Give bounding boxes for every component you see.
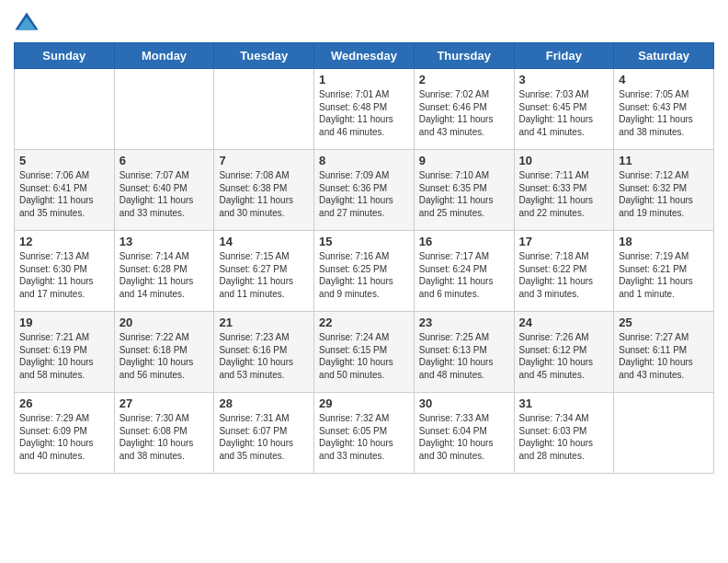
day-number: 8 — [319, 154, 409, 167]
cell-info: Sunrise: 7:06 AM Sunset: 6:41 PM Dayligh… — [19, 169, 109, 219]
cell-info: Sunrise: 7:14 AM Sunset: 6:28 PM Dayligh… — [119, 250, 210, 300]
cell-info: Sunrise: 7:15 AM Sunset: 6:27 PM Dayligh… — [219, 250, 309, 300]
day-number: 1 — [319, 73, 409, 86]
cal-cell: 15Sunrise: 7:16 AM Sunset: 6:25 PM Dayli… — [314, 231, 415, 312]
day-number: 29 — [319, 396, 409, 410]
cell-info: Sunrise: 7:11 AM Sunset: 6:33 PM Dayligh… — [519, 169, 609, 219]
day-number: 2 — [419, 73, 509, 86]
day-number: 7 — [219, 154, 309, 167]
day-number: 22 — [319, 316, 409, 329]
day-number: 9 — [419, 154, 509, 167]
cal-cell: 12Sunrise: 7:13 AM Sunset: 6:30 PM Dayli… — [15, 231, 115, 312]
cal-cell: 27Sunrise: 7:30 AM Sunset: 6:08 PM Dayli… — [114, 393, 214, 474]
day-number: 20 — [119, 316, 210, 329]
day-header-sunday: Sunday — [15, 43, 115, 69]
cell-info: Sunrise: 7:32 AM Sunset: 6:05 PM Dayligh… — [319, 412, 409, 462]
cell-info: Sunrise: 7:25 AM Sunset: 6:13 PM Dayligh… — [419, 331, 509, 381]
cal-cell: 23Sunrise: 7:25 AM Sunset: 6:13 PM Dayli… — [414, 312, 514, 393]
day-number: 27 — [119, 396, 210, 410]
day-number: 28 — [219, 396, 309, 410]
cell-info: Sunrise: 7:33 AM Sunset: 6:04 PM Dayligh… — [419, 412, 509, 462]
cal-cell: 17Sunrise: 7:18 AM Sunset: 6:22 PM Dayli… — [514, 231, 614, 312]
day-number: 6 — [119, 154, 210, 167]
cal-cell: 20Sunrise: 7:22 AM Sunset: 6:18 PM Dayli… — [114, 312, 214, 393]
week-row-4: 26Sunrise: 7:29 AM Sunset: 6:09 PM Dayli… — [15, 393, 714, 474]
day-number: 23 — [419, 316, 509, 329]
cal-cell: 21Sunrise: 7:23 AM Sunset: 6:16 PM Dayli… — [214, 312, 314, 393]
day-number: 19 — [19, 316, 109, 329]
cal-cell: 2Sunrise: 7:02 AM Sunset: 6:46 PM Daylig… — [414, 69, 514, 150]
cell-info: Sunrise: 7:34 AM Sunset: 6:03 PM Dayligh… — [519, 412, 609, 462]
cal-cell: 3Sunrise: 7:03 AM Sunset: 6:45 PM Daylig… — [514, 69, 614, 150]
cal-cell — [15, 69, 115, 150]
day-number: 31 — [519, 396, 609, 410]
cell-info: Sunrise: 7:02 AM Sunset: 6:46 PM Dayligh… — [419, 88, 509, 138]
cal-cell: 16Sunrise: 7:17 AM Sunset: 6:24 PM Dayli… — [414, 231, 514, 312]
cal-cell: 6Sunrise: 7:07 AM Sunset: 6:40 PM Daylig… — [114, 150, 214, 231]
day-number: 3 — [519, 73, 609, 86]
cell-info: Sunrise: 7:13 AM Sunset: 6:30 PM Dayligh… — [19, 250, 109, 300]
day-number: 15 — [319, 235, 409, 248]
day-header-saturday: Saturday — [614, 43, 714, 69]
logo-icon — [14, 9, 40, 35]
cal-cell: 10Sunrise: 7:11 AM Sunset: 6:33 PM Dayli… — [514, 150, 614, 231]
cell-info: Sunrise: 7:29 AM Sunset: 6:09 PM Dayligh… — [19, 412, 109, 462]
cell-info: Sunrise: 7:22 AM Sunset: 6:18 PM Dayligh… — [119, 331, 210, 381]
cal-cell: 8Sunrise: 7:09 AM Sunset: 6:36 PM Daylig… — [314, 150, 415, 231]
day-header-thursday: Thursday — [414, 43, 514, 69]
day-number: 17 — [519, 235, 609, 248]
calendar-table: SundayMondayTuesdayWednesdayThursdayFrid… — [14, 42, 714, 474]
cal-cell: 11Sunrise: 7:12 AM Sunset: 6:32 PM Dayli… — [614, 150, 714, 231]
cell-info: Sunrise: 7:05 AM Sunset: 6:43 PM Dayligh… — [619, 88, 709, 138]
cal-cell — [114, 69, 214, 150]
cell-info: Sunrise: 7:09 AM Sunset: 6:36 PM Dayligh… — [319, 169, 409, 219]
cal-cell: 5Sunrise: 7:06 AM Sunset: 6:41 PM Daylig… — [15, 150, 115, 231]
cell-info: Sunrise: 7:24 AM Sunset: 6:15 PM Dayligh… — [319, 331, 409, 381]
cal-cell: 29Sunrise: 7:32 AM Sunset: 6:05 PM Dayli… — [314, 393, 415, 474]
cell-info: Sunrise: 7:19 AM Sunset: 6:21 PM Dayligh… — [619, 250, 709, 300]
day-number: 25 — [619, 316, 709, 329]
day-number: 21 — [219, 316, 309, 329]
week-row-3: 19Sunrise: 7:21 AM Sunset: 6:19 PM Dayli… — [15, 312, 714, 393]
cal-cell: 25Sunrise: 7:27 AM Sunset: 6:11 PM Dayli… — [614, 312, 714, 393]
cell-info: Sunrise: 7:12 AM Sunset: 6:32 PM Dayligh… — [619, 169, 709, 219]
cal-cell: 26Sunrise: 7:29 AM Sunset: 6:09 PM Dayli… — [15, 393, 115, 474]
day-number: 12 — [19, 235, 109, 248]
week-row-0: 1Sunrise: 7:01 AM Sunset: 6:48 PM Daylig… — [15, 69, 714, 150]
cal-cell — [214, 69, 314, 150]
day-number: 18 — [619, 235, 709, 248]
cal-cell: 18Sunrise: 7:19 AM Sunset: 6:21 PM Dayli… — [614, 231, 714, 312]
cell-info: Sunrise: 7:27 AM Sunset: 6:11 PM Dayligh… — [619, 331, 709, 381]
cal-cell: 22Sunrise: 7:24 AM Sunset: 6:15 PM Dayli… — [314, 312, 415, 393]
cell-info: Sunrise: 7:26 AM Sunset: 6:12 PM Dayligh… — [519, 331, 609, 381]
day-header-tuesday: Tuesday — [214, 43, 314, 69]
cell-info: Sunrise: 7:10 AM Sunset: 6:35 PM Dayligh… — [419, 169, 509, 219]
day-number: 11 — [619, 154, 709, 167]
day-headers-row: SundayMondayTuesdayWednesdayThursdayFrid… — [15, 43, 714, 69]
cell-info: Sunrise: 7:31 AM Sunset: 6:07 PM Dayligh… — [219, 412, 309, 462]
cell-info: Sunrise: 7:16 AM Sunset: 6:25 PM Dayligh… — [319, 250, 409, 300]
day-number: 10 — [519, 154, 609, 167]
day-number: 4 — [619, 73, 709, 86]
cal-cell: 30Sunrise: 7:33 AM Sunset: 6:04 PM Dayli… — [414, 393, 514, 474]
cell-info: Sunrise: 7:21 AM Sunset: 6:19 PM Dayligh… — [19, 331, 109, 381]
cal-cell: 28Sunrise: 7:31 AM Sunset: 6:07 PM Dayli… — [214, 393, 314, 474]
cell-info: Sunrise: 7:07 AM Sunset: 6:40 PM Dayligh… — [119, 169, 210, 219]
cal-cell — [614, 393, 714, 474]
day-number: 26 — [19, 396, 109, 410]
cal-cell: 14Sunrise: 7:15 AM Sunset: 6:27 PM Dayli… — [214, 231, 314, 312]
cal-cell: 13Sunrise: 7:14 AM Sunset: 6:28 PM Dayli… — [114, 231, 214, 312]
cal-cell: 1Sunrise: 7:01 AM Sunset: 6:48 PM Daylig… — [314, 69, 415, 150]
day-number: 13 — [119, 235, 210, 248]
day-number: 16 — [419, 235, 509, 248]
day-header-friday: Friday — [514, 43, 614, 69]
cell-info: Sunrise: 7:01 AM Sunset: 6:48 PM Dayligh… — [319, 88, 409, 138]
week-row-2: 12Sunrise: 7:13 AM Sunset: 6:30 PM Dayli… — [15, 231, 714, 312]
day-number: 24 — [519, 316, 609, 329]
day-header-monday: Monday — [114, 43, 214, 69]
cell-info: Sunrise: 7:23 AM Sunset: 6:16 PM Dayligh… — [219, 331, 309, 381]
cell-info: Sunrise: 7:03 AM Sunset: 6:45 PM Dayligh… — [519, 88, 609, 138]
cal-cell: 19Sunrise: 7:21 AM Sunset: 6:19 PM Dayli… — [15, 312, 115, 393]
day-header-wednesday: Wednesday — [314, 43, 415, 69]
day-number: 30 — [419, 396, 509, 410]
